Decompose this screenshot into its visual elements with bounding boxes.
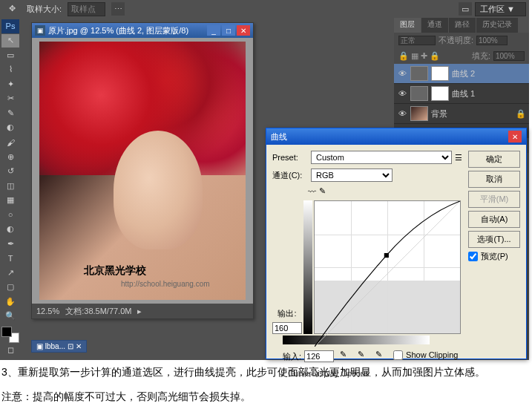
show-clipping-checkbox[interactable]: Show Clipping: [393, 350, 458, 360]
blur-tool-icon[interactable]: ○: [1, 208, 19, 222]
canvas[interactable]: 北京黑光学校 http://school.heiguang.com: [32, 38, 253, 304]
color-swatches[interactable]: [1, 327, 19, 343]
layer-thumb[interactable]: [410, 86, 428, 101]
curve-point-icon[interactable]: 〰: [308, 187, 316, 196]
dialog-title: 曲线: [271, 131, 287, 143]
channel-dropdown[interactable]: RGB: [311, 168, 393, 182]
current-tool-icon: ✥: [3, 1, 21, 16]
dialog-title-bar[interactable]: 曲线 ✕: [266, 128, 526, 145]
sample-options-icon[interactable]: ⋯: [111, 2, 125, 16]
doc-tab[interactable]: ▣ lbba... ⊡ ✕: [31, 340, 87, 353]
photo-face: [114, 131, 203, 249]
options-bar: ✥ 取样大小: 取样点 ⋯ ▭ 工作区 ▼: [0, 0, 529, 18]
eyedropper-tool-icon[interactable]: ✎: [1, 106, 19, 120]
preset-dropdown[interactable]: Custom: [311, 151, 452, 164]
brush-tool-icon[interactable]: 🖌: [1, 135, 19, 149]
opacity-input[interactable]: [476, 36, 508, 45]
history-brush-icon[interactable]: ↺: [1, 164, 19, 178]
zoom-level[interactable]: 12.5%: [36, 307, 59, 315]
heal-tool-icon[interactable]: ◐: [1, 121, 19, 135]
cancel-button[interactable]: 取消: [468, 171, 520, 188]
blend-mode-dropdown[interactable]: [398, 36, 436, 45]
curves-dialog: 曲线 ✕ Preset: Custom ☰ 通道(C): RGB 〰 ✎: [266, 128, 527, 359]
sample-size-dropdown[interactable]: 取样点: [68, 2, 105, 16]
marquee-tool-icon[interactable]: ▭: [1, 48, 19, 62]
layer-row[interactable]: 👁 曲线 2: [394, 64, 529, 84]
input-label: 输入:: [283, 351, 301, 362]
curve-display-options[interactable]: ⌄ Curve Display Options: [278, 368, 462, 378]
svg-rect-1: [384, 253, 389, 258]
panel-tabs: 图层 通道 路径 历史记录: [394, 18, 529, 33]
tab-history[interactable]: 历史记录: [476, 18, 518, 33]
eyedropper-gray-icon[interactable]: ✎: [358, 350, 370, 360]
channel-label: 通道(C):: [272, 170, 308, 181]
mask-thumb[interactable]: [431, 66, 449, 81]
input-input[interactable]: [304, 350, 334, 362]
ps-logo-icon: Ps: [1, 19, 19, 33]
hand-tool-icon[interactable]: ✋: [1, 295, 19, 309]
curve-pencil-icon[interactable]: ✎: [319, 186, 326, 196]
shape-tool-icon[interactable]: ▢: [1, 281, 19, 295]
eraser-tool-icon[interactable]: ◫: [1, 179, 19, 193]
layer-name[interactable]: 曲线 1: [452, 88, 475, 99]
pen-tool-icon[interactable]: ✒: [1, 237, 19, 251]
maximize-button[interactable]: □: [222, 25, 235, 36]
preview-checkbox[interactable]: 预览(P): [468, 251, 520, 262]
visibility-icon[interactable]: 👁: [397, 109, 407, 118]
screen-mode-icon[interactable]: ▭: [459, 2, 472, 16]
photo-content: 北京黑光学校 http://school.heiguang.com: [39, 42, 246, 300]
ok-button[interactable]: 确定: [468, 151, 520, 168]
layer-row[interactable]: 👁 背景 🔒: [394, 104, 529, 124]
dodge-tool-icon[interactable]: ◐: [1, 222, 19, 236]
quickmask-icon[interactable]: ◻: [1, 343, 19, 357]
wand-tool-icon[interactable]: ✦: [1, 77, 19, 91]
lock-icons[interactable]: 🔒 ▦ ✚ 🔒: [398, 51, 440, 61]
type-tool-icon[interactable]: T: [1, 252, 19, 266]
stamp-tool-icon[interactable]: ⊕: [1, 150, 19, 164]
tab-paths[interactable]: 路径: [449, 18, 476, 33]
watermark-text: 北京黑光学校: [84, 264, 146, 278]
chevron-icon: ⌄: [278, 368, 285, 378]
eyedropper-white-icon[interactable]: ✎: [375, 350, 387, 360]
document-title-bar[interactable]: ▣ 原片.jpg @ 12.5% (曲线 2, 图层蒙版/8) _ □ ✕: [32, 23, 253, 38]
visibility-icon[interactable]: 👁: [397, 89, 407, 98]
lasso-tool-icon[interactable]: ⌇: [1, 63, 19, 77]
doc-icon: ▣: [35, 25, 45, 36]
layer-row[interactable]: 👁 曲线 1: [394, 84, 529, 104]
preset-menu-icon[interactable]: ☰: [455, 153, 462, 163]
layer-thumb[interactable]: [410, 106, 428, 121]
visibility-icon[interactable]: 👁: [397, 69, 407, 78]
zoom-tool-icon[interactable]: 🔍: [1, 310, 19, 324]
output-label: 输出:: [278, 308, 296, 319]
fg-color-swatch[interactable]: [1, 327, 12, 337]
gradient-tool-icon[interactable]: ▦: [1, 193, 19, 207]
dialog-close-button[interactable]: ✕: [508, 131, 522, 143]
sample-size-label: 取样大小:: [27, 4, 62, 15]
fill-input[interactable]: [493, 51, 525, 61]
curve-graph[interactable]: [314, 200, 461, 334]
tab-layers[interactable]: 图层: [394, 18, 421, 33]
crop-tool-icon[interactable]: ✂: [1, 92, 19, 106]
layer-name[interactable]: 背景: [431, 108, 447, 120]
layer-name[interactable]: 曲线 2: [452, 68, 475, 79]
layer-thumb[interactable]: [410, 66, 428, 81]
eyedropper-black-icon[interactable]: ✎: [340, 350, 352, 360]
lock-icon: 🔒: [516, 109, 526, 119]
output-input[interactable]: [272, 322, 302, 334]
auto-button[interactable]: 自动(A): [468, 211, 520, 228]
path-tool-icon[interactable]: ↗: [1, 266, 19, 280]
toolbar: Ps ↖ ▭ ⌇ ✦ ✂ ✎ ◐ 🖌 ⊕ ↺ ◫ ▦ ○ ◐ ✒ T ↗ ▢ ✋…: [0, 18, 21, 359]
tab-channels[interactable]: 通道: [421, 18, 448, 33]
close-button[interactable]: ✕: [237, 25, 250, 36]
smooth-button: 平滑(M): [468, 191, 520, 208]
caption-line2: 注意：提高的幅度不可过大，否则高光细节会损失掉。: [0, 385, 532, 409]
mask-thumb[interactable]: [431, 86, 449, 101]
document-title: 原片.jpg @ 12.5% (曲线 2, 图层蒙版/8): [48, 25, 188, 36]
status-chevron-icon[interactable]: ▸: [137, 307, 142, 316]
minimize-button[interactable]: _: [207, 25, 220, 36]
watermark-url: http://school.heiguang.com: [121, 280, 210, 288]
options-button[interactable]: 选项(T)...: [468, 231, 520, 248]
file-size: 文档:38.5M/77.0M: [65, 306, 131, 317]
workspace-dropdown[interactable]: 工作区 ▼: [475, 2, 526, 16]
move-tool-icon[interactable]: ↖: [1, 34, 19, 48]
